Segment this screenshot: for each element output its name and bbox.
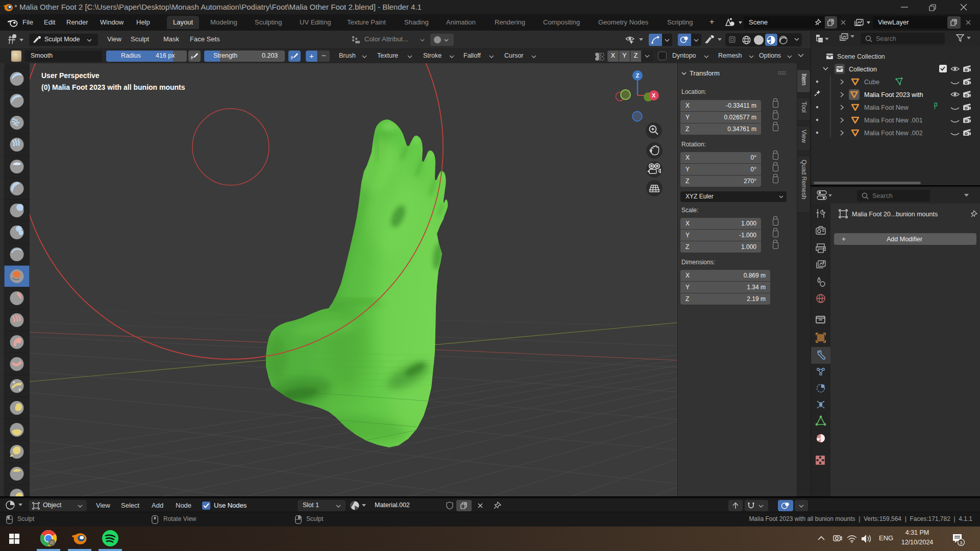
svg-text:Collection: Collection — [849, 66, 877, 73]
svg-text:Z: Z — [636, 72, 640, 79]
svg-text:Malia Foot New .001: Malia Foot New .001 — [864, 117, 923, 124]
svg-text:Malia Foot 2023 with: Malia Foot 2023 with — [864, 91, 923, 98]
svg-text:+: + — [842, 235, 846, 243]
svg-text:Scene Collection: Scene Collection — [837, 53, 885, 60]
svg-text:X: X — [652, 92, 656, 98]
svg-text:Malia Foot 20...bunion mounts: Malia Foot 20...bunion mounts — [852, 211, 938, 218]
svg-text:Malia Foot New: Malia Foot New — [864, 104, 909, 111]
svg-text:Search: Search — [876, 35, 896, 42]
svg-text:Cube: Cube — [864, 79, 879, 86]
svg-text:3: 3 — [960, 540, 962, 545]
svg-text:(0) Malia Foot 2023 with all b: (0) Malia Foot 2023 with all bunion moun… — [41, 83, 185, 91]
svg-text:Add Modifier: Add Modifier — [887, 236, 922, 243]
svg-text:User Perspective: User Perspective — [41, 71, 100, 80]
svg-text:Search: Search — [872, 192, 893, 199]
svg-text:Malia Foot New .002: Malia Foot New .002 — [864, 130, 923, 137]
